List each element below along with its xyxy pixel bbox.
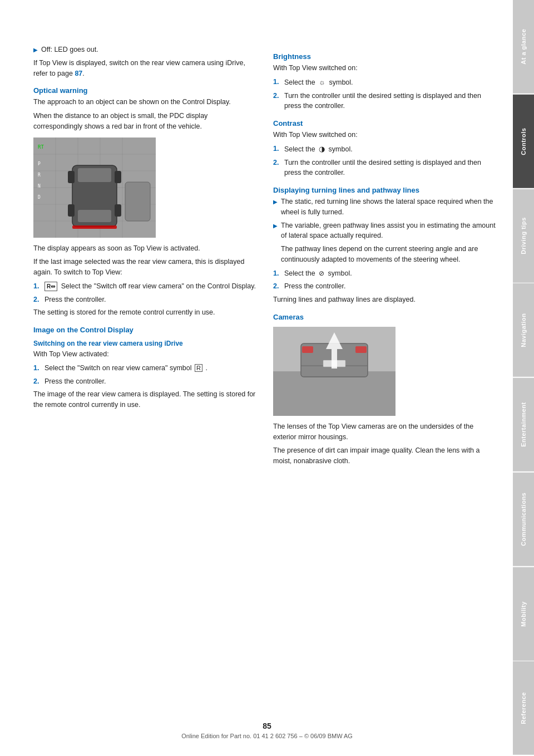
brightness-intro: With Top View switched on: — [273, 63, 496, 73]
sidebar-tab-reference[interactable]: Reference — [513, 661, 534, 755]
disp-step1-text: Select the ⊘ symbol. — [284, 268, 352, 279]
sidebar-tab-mobility[interactable]: Mobility — [513, 567, 534, 661]
br-step1-num: 1. — [273, 77, 281, 87]
stored-text: The setting is stored for the remote con… — [33, 307, 256, 318]
disp-step1-num: 1. — [273, 268, 281, 279]
sw-step2-num: 2. — [33, 376, 41, 387]
switch-icon: R⇔ — [44, 282, 57, 291]
co-step2-text: Turn the controller until the desired se… — [284, 158, 496, 179]
co-step1-num: 1. — [273, 144, 281, 154]
intro-paragraph: If Top View is displayed, switch on the … — [33, 58, 256, 79]
disp-step1: 1. Select the ⊘ symbol. — [273, 268, 496, 279]
disp-symbol: ⊘ — [319, 269, 324, 277]
image-note: The image of the rear view camera is dis… — [33, 389, 256, 410]
brightness-heading: Brightness — [273, 52, 496, 61]
online-edition-text: Online Edition for Part no. 01 41 2 602 … — [181, 733, 353, 739]
disp-heading: Displaying turning lines and pathway lin… — [273, 186, 496, 194]
sidebar-tab-communications[interactable]: Communications — [513, 473, 534, 566]
page-number: 85 — [0, 721, 534, 730]
co-step1-text: Select the ◑ symbol. — [284, 144, 353, 155]
image-heading: Image on the Control Display — [33, 326, 256, 334]
left-column: ▶ Off: LED goes out. If Top View is disp… — [33, 45, 256, 723]
svg-text:R: R — [38, 173, 41, 178]
disp-note: The pathway lines depend on the current … — [281, 244, 496, 265]
camera-image — [273, 327, 395, 416]
svg-rect-29 — [302, 346, 313, 353]
sw-step1: 1. Select the "Switch on rear view camer… — [33, 363, 256, 374]
br-step2: 2. Turn the controller until the desired… — [273, 91, 496, 112]
sidebar: At a glance Controls Driving tips Naviga… — [513, 0, 534, 756]
sidebar-tab-controls[interactable]: Controls — [513, 95, 534, 188]
optical-warning-p1: The approach to an object can be shown o… — [33, 97, 256, 107]
disp-bullet2-text: The variable, green pathway lines assist… — [281, 220, 496, 242]
right-column: Brightness With Top View switched on: 1.… — [273, 45, 496, 723]
intro-bullet-item: ▶ Off: LED goes out. — [33, 45, 256, 55]
disp-bullet1: ▶ The static, red turning line shows the… — [273, 197, 496, 218]
co-step2: 2. Turn the controller until the desired… — [273, 158, 496, 179]
svg-rect-25 — [273, 371, 395, 416]
svg-rect-17 — [72, 225, 117, 229]
disp-bullet1-arrow: ▶ — [273, 198, 278, 206]
intro-bullet-text: Off: LED goes out. — [41, 45, 98, 55]
sw-step2-text: Press the controller. — [44, 376, 106, 387]
svg-text:P: P — [38, 161, 41, 166]
svg-text:RT: RT — [38, 144, 44, 150]
contrast-symbol: ◑ — [319, 145, 325, 153]
cameras-caption2: The presence of dirt can impair image qu… — [273, 445, 496, 467]
optical-warning-p2: When the distance to an object is small,… — [33, 111, 256, 132]
sidebar-tab-at-a-glance[interactable]: At a glance — [513, 0, 534, 94]
optical-warning-heading: Optical warning — [33, 86, 256, 95]
page-link-87[interactable]: 87 — [75, 70, 82, 77]
contrast-heading: Contrast — [273, 119, 496, 127]
disp-bullet2: ▶ The variable, green pathway lines assi… — [273, 220, 496, 242]
svg-text:N: N — [38, 184, 41, 189]
sw-step2: 2. Press the controller. — [33, 376, 256, 387]
step2-num: 2. — [33, 294, 41, 305]
step2: 2. Press the controller. — [33, 294, 256, 305]
switch-heading: Switching on the rear view camera using … — [33, 340, 256, 347]
sw-step1-text: Select the "Switch on rear view camera" … — [44, 363, 207, 374]
step2-text: Press the controller. — [44, 294, 106, 305]
svg-rect-14 — [115, 171, 121, 183]
cameras-caption1: The lenses of the Top View cameras are o… — [273, 421, 496, 443]
disp-step2-num: 2. — [273, 281, 281, 292]
step1: 1. R⇔ Select the "Switch off rear view c… — [33, 281, 256, 292]
disp-result: Turning lines and pathway lines are disp… — [273, 294, 496, 305]
image-caption2: If the last image selected was the rear … — [33, 257, 256, 278]
disp-step2-text: Press the controller. — [284, 281, 345, 292]
step1-num: 1. — [33, 281, 41, 292]
svg-text:D: D — [38, 195, 41, 200]
page-footer: 85 Online Edition for Part no. 01 41 2 6… — [0, 721, 534, 739]
br-step2-num: 2. — [273, 91, 281, 101]
svg-rect-11 — [78, 168, 111, 182]
co-step1: 1. Select the ◑ symbol. — [273, 144, 496, 155]
svg-rect-15 — [68, 204, 75, 217]
cameras-heading: Cameras — [273, 313, 496, 321]
brightness-symbol: ☼ — [319, 78, 325, 86]
rear-cam-symbol: R — [195, 364, 202, 372]
br-step2-text: Turn the controller until the desired se… — [284, 91, 496, 112]
br-step1-text: Select the ☼ symbol. — [284, 77, 353, 88]
svg-rect-12 — [78, 210, 111, 222]
svg-rect-30 — [355, 346, 367, 353]
contrast-intro: With Top View switched on: — [273, 130, 496, 140]
sidebar-tab-driving-tips[interactable]: Driving tips — [513, 189, 534, 283]
step1-text: R⇔ Select the "Switch off rear view came… — [44, 281, 256, 292]
sidebar-tab-navigation[interactable]: Navigation — [513, 283, 534, 377]
disp-bullet2-arrow: ▶ — [273, 222, 278, 230]
sidebar-tab-entertainment[interactable]: Entertainment — [513, 378, 534, 472]
switch-intro: With Top View activated: — [33, 349, 256, 360]
image-caption1: The display appears as soon as Top View … — [33, 243, 256, 254]
sw-step1-num: 1. — [33, 363, 41, 374]
bullet-arrow-icon: ▶ — [33, 46, 38, 54]
top-view-car-image: RT P R N D — [33, 138, 156, 238]
svg-rect-16 — [115, 204, 121, 217]
disp-step2: 2. Press the controller. — [273, 281, 496, 292]
disp-bullet1-text: The static, red turning line shows the l… — [281, 197, 496, 218]
svg-rect-13 — [68, 171, 75, 183]
co-step2-num: 2. — [273, 158, 281, 168]
br-step1: 1. Select the ☼ symbol. — [273, 77, 496, 88]
svg-rect-18 — [125, 182, 150, 221]
